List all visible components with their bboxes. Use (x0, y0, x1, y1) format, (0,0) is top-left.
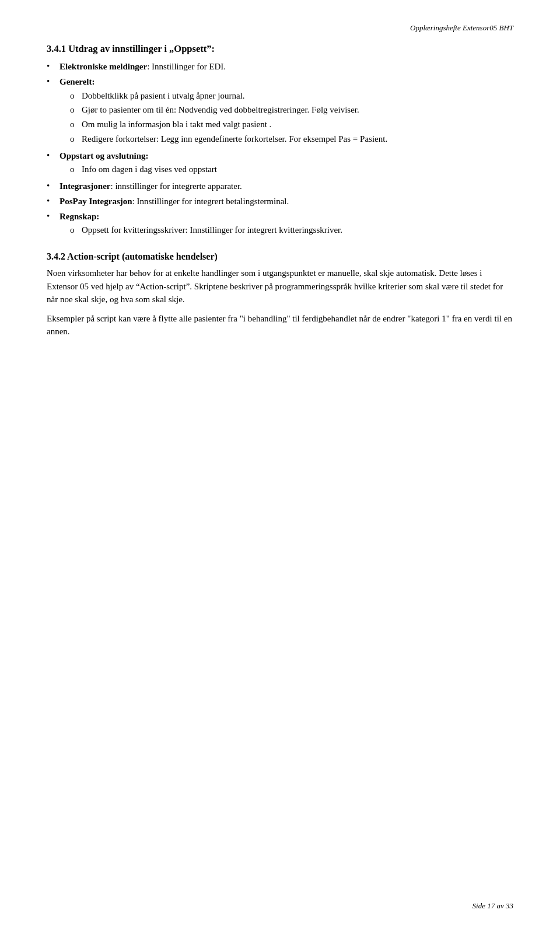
list-item: • Oppstart og avslutning: o Info om dage… (47, 150, 513, 179)
bold-label: Integrasjoner (60, 181, 110, 191)
bullet-icon: • (47, 76, 60, 86)
sub-text: Om mulig la informasjon bla i takt med v… (82, 118, 513, 131)
bullet-text: Integrasjoner: innstillinger for integre… (60, 180, 513, 193)
header-title: Opplæringshefte Extensor05 BHT (410, 23, 513, 33)
sub-o-icon: o (60, 118, 82, 131)
sub-text: Gjør to pasienter om til én: Nødvendig v… (82, 104, 513, 117)
bold-label: PosPay Integrasjon (60, 197, 132, 206)
bullet-text: Regnskap: o Oppsett for kvitteringsskriv… (60, 211, 513, 239)
bullet-text: PosPay Integrasjon: Innstillinger for in… (60, 195, 513, 208)
list-item: o Redigere forkortelser: Legg inn egende… (60, 133, 513, 146)
sub-o-icon: o (60, 224, 82, 237)
page-container: Opplæringshefte Extensor05 BHT 3.4.1 Utd… (0, 0, 560, 927)
section-2-paragraph-1: Noen virksomheter har behov for at enkel… (47, 267, 513, 306)
sub-list: o Dobbeltklikk på pasient i utvalg åpner… (60, 90, 513, 146)
bullet-tail: : Innstillinger for EDI. (147, 62, 226, 71)
list-item: o Gjør to pasienter om til én: Nødvendig… (60, 104, 513, 117)
bullet-text: Generelt: o Dobbeltklikk på pasient i ut… (60, 76, 513, 148)
bullet-icon: • (47, 196, 60, 206)
footer-text: Side 17 av 33 (473, 901, 513, 910)
list-item: • Elektroniske meldinger: Innstillinger … (47, 61, 513, 74)
bullet-tail: : innstillinger for integrerte apparater… (110, 181, 242, 191)
sub-o-icon: o (60, 163, 82, 176)
sub-text: Dobbeltklikk på pasient i utvalg åpner j… (82, 90, 513, 103)
list-item: o Dobbeltklikk på pasient i utvalg åpner… (60, 90, 513, 103)
list-item: o Oppsett for kvitteringsskriver: Innsti… (60, 224, 513, 237)
section-2-paragraph-2: Eksempler på script kan være å flytte al… (47, 312, 513, 338)
sub-list: o Oppsett for kvitteringsskriver: Innsti… (60, 224, 513, 237)
bullet-tail: : Innstillinger for integrert betalingst… (132, 197, 289, 206)
list-item: • Generelt: o Dobbeltklikk på pasient i … (47, 76, 513, 148)
sub-o-icon: o (60, 133, 82, 146)
bold-label: Elektroniske meldinger (60, 62, 147, 71)
sub-o-icon: o (60, 104, 82, 117)
list-item: o Om mulig la informasjon bla i takt med… (60, 118, 513, 131)
main-content: 3.4.1 Utdrag av innstillinger i „Oppsett… (47, 43, 513, 338)
bullet-icon: • (47, 61, 60, 71)
section-2-heading: 3.4.2 Action-script (automatiske hendels… (47, 251, 513, 262)
bullet-icon: • (47, 181, 60, 191)
sub-text: Info om dagen i dag vises ved oppstart (82, 163, 513, 176)
bullet-text: Elektroniske meldinger: Innstillinger fo… (60, 61, 513, 74)
page-header: Opplæringshefte Extensor05 BHT (47, 23, 513, 33)
bold-label: Regnskap: (60, 212, 99, 221)
list-item: • Regnskap: o Oppsett for kvitteringsskr… (47, 211, 513, 239)
bullet-icon: • (47, 151, 60, 160)
list-item: o Info om dagen i dag vises ved oppstart (60, 163, 513, 176)
list-item: • Integrasjoner: innstillinger for integ… (47, 180, 513, 193)
bold-label: Oppstart og avslutning: (60, 151, 149, 160)
bullet-text: Oppstart og avslutning: o Info om dagen … (60, 150, 513, 179)
section-1-heading: 3.4.1 Utdrag av innstillinger i „Oppsett… (47, 43, 513, 55)
bullet-icon: • (47, 211, 60, 221)
list-item: • PosPay Integrasjon: Innstillinger for … (47, 195, 513, 208)
section-1-list: • Elektroniske meldinger: Innstillinger … (47, 61, 513, 239)
page-footer: Side 17 av 33 (473, 901, 513, 911)
sub-list: o Info om dagen i dag vises ved oppstart (60, 163, 513, 176)
sub-text: Redigere forkortelser: Legg inn egendefi… (82, 133, 513, 146)
sub-o-icon: o (60, 90, 82, 103)
bold-label: Generelt: (60, 77, 95, 86)
sub-text: Oppsett for kvitteringsskriver: Innstill… (82, 224, 513, 237)
